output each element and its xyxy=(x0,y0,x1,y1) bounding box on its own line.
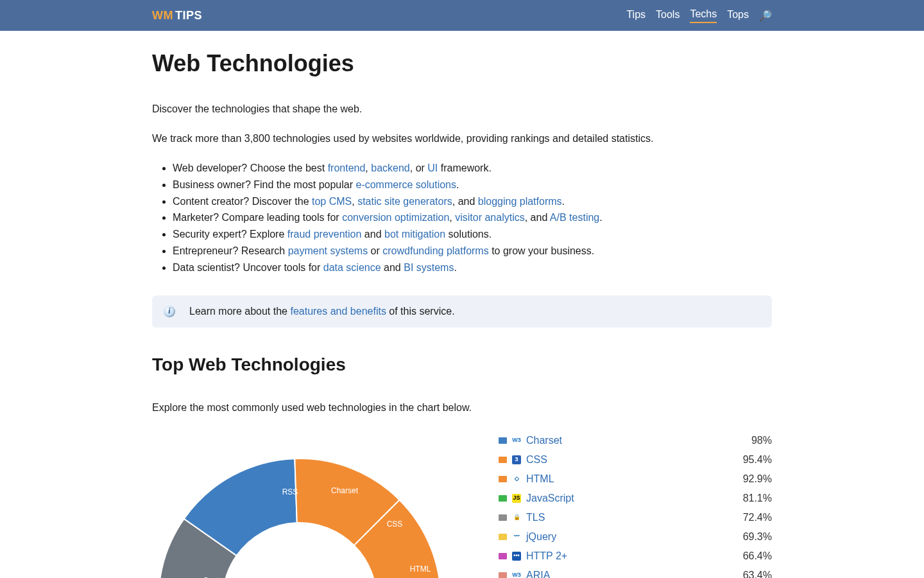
tech-row: W3Charset98% xyxy=(499,433,772,448)
tech-link[interactable]: jQuery xyxy=(526,529,556,545)
tech-link[interactable]: TLS xyxy=(526,510,545,525)
role-link[interactable]: visitor analytics xyxy=(455,212,524,223)
color-swatch xyxy=(499,514,507,521)
search-icon[interactable]: 🔎 xyxy=(759,10,772,22)
role-link[interactable]: static site generators xyxy=(357,196,452,207)
tech-percentage: 72.4% xyxy=(743,510,772,525)
tech-percentage: 66.4% xyxy=(743,548,772,564)
callout-link[interactable]: features and benefits xyxy=(290,306,386,317)
audience-item: Security expert? Explore fraud preventio… xyxy=(173,227,772,243)
logo-tips: TIPS xyxy=(175,9,202,22)
color-swatch xyxy=(499,476,507,482)
tech-link[interactable]: JavaScript xyxy=(526,491,574,506)
role-link[interactable]: bot mitigation xyxy=(384,229,445,240)
nav-tops[interactable]: Tops xyxy=(727,9,749,22)
color-swatch xyxy=(499,495,507,502)
tech-row: 🔒TLS72.4% xyxy=(499,510,772,525)
tech-icon: 🔒 xyxy=(512,513,521,522)
callout-suffix: of this service. xyxy=(386,306,455,317)
audience-item: Business owner? Find the most popular e-… xyxy=(173,177,772,193)
top-techs-heading: Top Web Technologies xyxy=(152,355,772,375)
info-callout: i Learn more about the features and bene… xyxy=(152,295,772,328)
tech-percentage: 81.1% xyxy=(743,491,772,506)
tech-percentage: 95.4% xyxy=(743,452,772,468)
color-swatch xyxy=(499,534,507,540)
intro-paragraph-2: We track more than 3,800 technologies us… xyxy=(152,131,772,146)
tech-icon: W3 xyxy=(512,571,521,578)
tech-icon: ••• xyxy=(512,552,521,561)
explore-paragraph: Explore the most commonly used web techn… xyxy=(152,402,772,414)
tech-row: 3CSS95.4% xyxy=(499,452,772,468)
color-swatch xyxy=(499,457,507,463)
top-nav: TipsToolsTechsTops🔎 xyxy=(626,8,772,23)
tech-row: 〰jQuery69.3% xyxy=(499,529,772,545)
tech-link[interactable]: Charset xyxy=(526,433,562,448)
intro-paragraph-1: Discover the technologies that shape the… xyxy=(152,101,772,117)
tech-percentage: 63.4% xyxy=(743,568,772,578)
tech-link[interactable]: HTTP 2+ xyxy=(526,548,567,564)
donut-chart: CharsetCSSHTMLContactRSS xyxy=(152,433,447,578)
role-link[interactable]: backend xyxy=(371,162,410,173)
tech-row: •••HTTP 2+66.4% xyxy=(499,548,772,564)
audience-item: Web developer? Choose the best frontend,… xyxy=(173,161,772,177)
color-swatch xyxy=(499,437,507,444)
tech-percentage: 92.9% xyxy=(743,471,772,487)
nav-techs[interactable]: Techs xyxy=(690,8,717,23)
info-icon: i xyxy=(164,306,175,317)
role-link[interactable]: e-commerce solutions xyxy=(355,179,456,190)
tech-percentage: 98% xyxy=(751,433,772,448)
tech-icon: JS xyxy=(512,494,521,503)
role-link[interactable]: UI xyxy=(427,162,438,173)
tech-link[interactable]: HTML xyxy=(526,471,554,487)
audience-list: Web developer? Choose the best frontend,… xyxy=(152,161,772,276)
site-logo[interactable]: WMTIPS xyxy=(152,9,202,22)
role-link[interactable]: fraud prevention xyxy=(287,229,362,240)
tech-row: ◇HTML92.9% xyxy=(499,471,772,487)
tech-link[interactable]: ARIA xyxy=(526,568,550,578)
page-title: Web Technologies xyxy=(152,50,772,77)
audience-item: Content creator? Discover the top CMS, s… xyxy=(173,194,772,210)
tech-row: JSJavaScript81.1% xyxy=(499,491,772,506)
color-swatch xyxy=(499,572,507,578)
tech-link[interactable]: CSS xyxy=(526,452,547,468)
nav-tips[interactable]: Tips xyxy=(626,9,646,22)
role-link[interactable]: payment systems xyxy=(288,245,368,256)
tech-icon: ◇ xyxy=(512,475,521,484)
tech-list: W3Charset98%3CSS95.4%◇HTML92.9%JSJavaScr… xyxy=(499,433,772,578)
role-link[interactable]: conversion optimization xyxy=(342,212,449,223)
color-swatch xyxy=(499,553,507,559)
role-link[interactable]: crowdfunding platforms xyxy=(382,245,488,256)
tech-icon: 3 xyxy=(512,455,521,464)
role-link[interactable]: data science xyxy=(323,262,381,273)
tech-icon: W3 xyxy=(512,436,521,445)
role-link[interactable]: A/B testing xyxy=(550,212,599,223)
nav-tools[interactable]: Tools xyxy=(656,9,680,22)
role-link[interactable]: frontend xyxy=(328,162,366,173)
audience-item: Marketer? Compare leading tools for conv… xyxy=(173,210,772,226)
role-link[interactable]: blogging platforms xyxy=(478,196,562,207)
tech-percentage: 69.3% xyxy=(743,529,772,545)
role-link[interactable]: top CMS xyxy=(312,196,352,207)
logo-wm: WM xyxy=(152,9,173,22)
role-link[interactable]: BI systems xyxy=(404,262,454,273)
callout-prefix: Learn more about the xyxy=(189,306,290,317)
audience-item: Data scientist? Uncover tools for data s… xyxy=(173,260,772,276)
tech-icon: 〰 xyxy=(512,532,521,541)
tech-row: W3ARIA63.4% xyxy=(499,568,772,578)
callout-text: Learn more about the features and benefi… xyxy=(189,306,455,317)
audience-item: Entrepreneur? Research payment systems o… xyxy=(173,243,772,259)
